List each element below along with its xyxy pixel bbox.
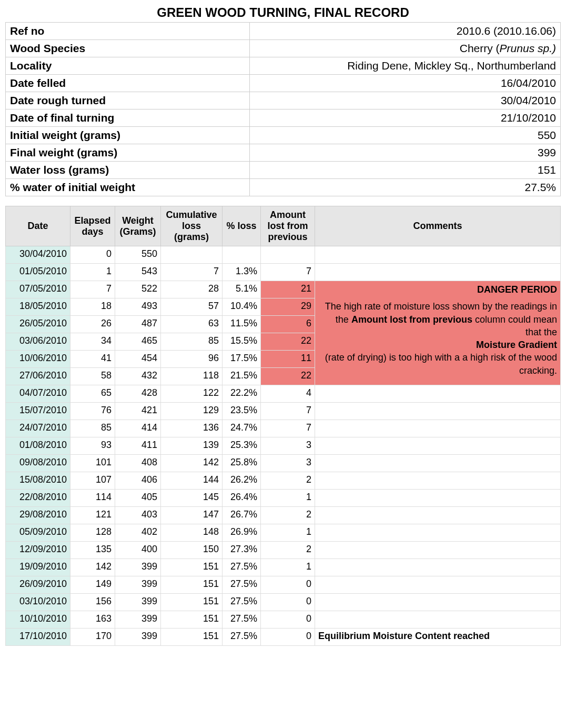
danger-text: The high rate of moisture loss shown by … (318, 300, 557, 377)
cell-cumulative: 148 (161, 524, 223, 542)
cell-cumulative: 122 (161, 385, 223, 403)
cell-comments (315, 403, 561, 420)
info-value: 151 (250, 162, 561, 179)
cell-elapsed: 0 (70, 246, 115, 264)
col-cumulative: Cumulative loss (grams) (161, 206, 223, 246)
table-row: 15/07/20107642112923.5%7 (6, 403, 561, 420)
cell-cumulative (161, 246, 223, 264)
cell-elapsed: 101 (70, 455, 115, 472)
cell-weight: 411 (115, 437, 161, 455)
table-row: 01/05/2010154371.3%7 (6, 264, 561, 281)
cell-elapsed: 135 (70, 542, 115, 559)
cell-amount: 2 (261, 507, 315, 524)
data-table: Date Elapsed days Weight (Grams) Cumulat… (5, 206, 561, 646)
cell-amount: 0 (261, 594, 315, 611)
cell-elapsed: 41 (70, 351, 115, 368)
table-row: 07/05/20107522285.1%21DANGER PERIODThe h… (6, 281, 561, 298)
table-row: 24/07/20108541413624.7%7 (6, 420, 561, 437)
cell-amount: 1 (261, 524, 315, 542)
cell-amount: 6 (261, 316, 315, 333)
cell-loss: 15.5% (223, 333, 261, 351)
info-label: % water of initial weight (6, 179, 250, 196)
cell-date: 22/08/2010 (6, 490, 70, 507)
table-row: 03/10/201015639915127.5%0 (6, 594, 561, 611)
info-label: Water loss (grams) (6, 162, 250, 179)
info-value: 550 (250, 127, 561, 144)
cell-weight: 428 (115, 385, 161, 403)
cell-amount: 11 (261, 351, 315, 368)
cell-elapsed: 34 (70, 333, 115, 351)
cell-amount: 22 (261, 333, 315, 351)
cell-cumulative: 96 (161, 351, 223, 368)
cell-loss: 27.5% (223, 594, 261, 611)
cell-comments (315, 455, 561, 472)
table-row: 04/07/20106542812222.2%4 (6, 385, 561, 403)
cell-amount: 0 (261, 629, 315, 646)
cell-date: 19/09/2010 (6, 559, 70, 576)
cell-cumulative: 150 (161, 542, 223, 559)
cell-weight: 414 (115, 420, 161, 437)
cell-elapsed: 85 (70, 420, 115, 437)
cell-cumulative: 151 (161, 559, 223, 576)
info-row: Final weight (grams)399 (6, 144, 561, 162)
cell-comments (315, 472, 561, 490)
cell-date: 26/05/2010 (6, 316, 70, 333)
cell-loss: 27.5% (223, 559, 261, 576)
cell-weight: 493 (115, 298, 161, 316)
cell-amount: 2 (261, 542, 315, 559)
table-row: 30/04/20100550 (6, 246, 561, 264)
cell-loss: 27.5% (223, 629, 261, 646)
cell-amount: 4 (261, 385, 315, 403)
cell-amount: 0 (261, 576, 315, 594)
cell-comments (315, 490, 561, 507)
cell-date: 04/07/2010 (6, 385, 70, 403)
cell-elapsed: 58 (70, 368, 115, 385)
info-value: 27.5% (250, 179, 561, 196)
cell-loss: 25.8% (223, 455, 261, 472)
table-row: 09/08/201010140814225.8%3 (6, 455, 561, 472)
info-label: Wood Species (6, 40, 250, 57)
cell-cumulative: 151 (161, 576, 223, 594)
cell-weight: 454 (115, 351, 161, 368)
cell-date: 15/08/2010 (6, 472, 70, 490)
cell-date: 10/06/2010 (6, 351, 70, 368)
cell-elapsed: 26 (70, 316, 115, 333)
cell-cumulative: 85 (161, 333, 223, 351)
cell-weight: 408 (115, 455, 161, 472)
col-weight: Weight (Grams) (115, 206, 161, 246)
page-title: GREEN WOOD TURNING, FINAL RECORD (5, 5, 561, 20)
cell-elapsed: 149 (70, 576, 115, 594)
info-row: Wood SpeciesCherry (Prunus sp.) (6, 40, 561, 57)
cell-weight: 400 (115, 542, 161, 559)
cell-elapsed: 76 (70, 403, 115, 420)
cell-comments (315, 420, 561, 437)
cell-weight: 406 (115, 472, 161, 490)
cell-comments (315, 576, 561, 594)
danger-title: DANGER PERIOD (318, 283, 557, 296)
cell-weight: 399 (115, 576, 161, 594)
cell-amount: 0 (261, 611, 315, 629)
col-amount: Amount lost from previous (261, 206, 315, 246)
cell-loss: 27.3% (223, 542, 261, 559)
info-label: Final weight (grams) (6, 144, 250, 162)
info-row: Date rough turned30/04/2010 (6, 92, 561, 109)
col-comments: Comments (315, 206, 561, 246)
cell-date: 01/05/2010 (6, 264, 70, 281)
cell-cumulative: 144 (161, 472, 223, 490)
cell-loss: 5.1% (223, 281, 261, 298)
cell-weight: 465 (115, 333, 161, 351)
cell-loss: 26.4% (223, 490, 261, 507)
cell-loss: 23.5% (223, 403, 261, 420)
cell-cumulative: 151 (161, 594, 223, 611)
cell-elapsed: 163 (70, 611, 115, 629)
info-label: Locality (6, 57, 250, 75)
cell-loss: 27.5% (223, 576, 261, 594)
cell-date: 26/09/2010 (6, 576, 70, 594)
cell-loss: 1.3% (223, 264, 261, 281)
col-date: Date (6, 206, 70, 246)
cell-amount: 22 (261, 368, 315, 385)
cell-weight: 432 (115, 368, 161, 385)
cell-cumulative: 129 (161, 403, 223, 420)
cell-date: 05/09/2010 (6, 524, 70, 542)
cell-loss: 17.5% (223, 351, 261, 368)
